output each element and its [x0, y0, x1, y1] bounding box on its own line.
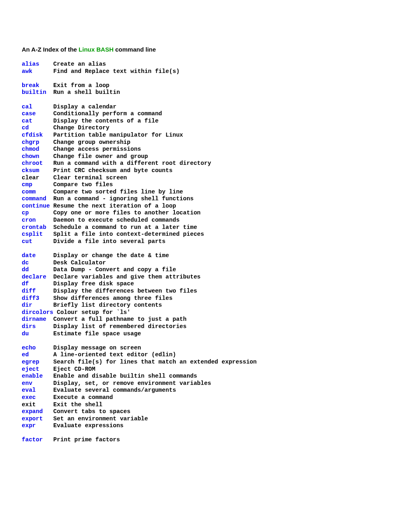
cmd-desc: Compare two sorted files line by line	[53, 189, 183, 195]
cmd-desc: Copy one or more files to another locati…	[53, 210, 200, 216]
cmd-eject[interactable]: eject	[22, 366, 39, 372]
cmd-cat[interactable]: cat	[22, 118, 32, 124]
cmd-desc: Search file(s) for lines that match an e…	[53, 359, 257, 365]
cmd-cut[interactable]: cut	[22, 238, 32, 245]
cmd-desc: Print CRC checksum and byte counts	[53, 167, 172, 174]
cmd-eval[interactable]: eval	[22, 387, 36, 393]
cmd-awk[interactable]: awk	[22, 68, 32, 75]
cmd-dirname[interactable]: dirname	[22, 316, 46, 322]
cmd-csplit[interactable]: csplit	[22, 231, 43, 237]
cmd-du[interactable]: du	[22, 330, 29, 337]
cmd-egrep[interactable]: egrep	[22, 359, 39, 365]
cmd-builtin[interactable]: builtin	[22, 89, 46, 96]
heading-suffix: command line	[114, 46, 156, 53]
cmd-desc: Schedule a command to run at a later tim…	[53, 224, 197, 231]
cmd-df[interactable]: df	[22, 281, 29, 287]
cmd-alias[interactable]: alias	[22, 61, 39, 67]
cmd-env[interactable]: env	[22, 380, 32, 387]
cmd-desc: Display list of remembered directories	[53, 323, 187, 330]
cmd-desc: Display free disk space	[53, 281, 134, 287]
cmd-desc: Display the contents of a file	[53, 118, 158, 124]
cmd-dd[interactable]: dd	[22, 266, 29, 273]
cmd-desc: Run a command - ignoring shell functions	[53, 195, 193, 202]
cmd-desc: Desk Calculator	[53, 260, 106, 266]
cmd-declare[interactable]: declare	[22, 274, 46, 280]
cmd-expand[interactable]: expand	[22, 408, 43, 415]
cmd-dir[interactable]: dir	[22, 302, 32, 308]
cmd-chmod[interactable]: chmod	[22, 146, 39, 152]
heading-link[interactable]: Linux BASH	[79, 46, 114, 53]
cmd-cron[interactable]: cron	[22, 217, 36, 223]
cmd-export[interactable]: export	[22, 416, 43, 422]
cmd-desc: Resume the next iteration of a loop	[53, 203, 176, 209]
cmd-cd[interactable]: cd	[22, 125, 29, 131]
cmd-command[interactable]: command	[22, 195, 46, 202]
cmd-crontab[interactable]: crontab	[22, 224, 46, 231]
cmd-exec[interactable]: exec	[22, 394, 36, 401]
cmd-echo[interactable]: echo	[22, 345, 36, 351]
cmd-desc: Print prime factors	[53, 436, 120, 443]
cmd-desc: Conditionally perform a command	[53, 110, 162, 117]
cmd-continue[interactable]: continue	[22, 203, 50, 209]
cmd-factor[interactable]: factor	[22, 436, 43, 443]
cmd-desc: Display the differences between two file…	[53, 288, 197, 294]
command-list: alias Create an alias awk Find and Repla…	[22, 61, 389, 444]
cmd-desc: Evaluate several commands/arguments	[53, 387, 176, 393]
cmd-desc: Change access permissions	[53, 146, 141, 152]
cmd-comm[interactable]: comm	[22, 189, 36, 195]
cmd-dircolors[interactable]: dircolors	[22, 309, 53, 316]
cmd-desc: Declare variables and give them attribut…	[53, 274, 200, 280]
cmd-diff3[interactable]: diff3	[22, 295, 39, 301]
cmd-desc: Display a calendar	[53, 104, 116, 110]
cmd-date[interactable]: date	[22, 252, 36, 259]
cmd-desc: Show differences among three files	[53, 295, 172, 301]
cmd-diff[interactable]: diff	[22, 288, 36, 294]
cmd-break[interactable]: break	[22, 82, 39, 89]
cmd-chgrp[interactable]: chgrp	[22, 139, 39, 145]
cmd-desc: Divide a file into several parts	[53, 238, 165, 245]
heading-prefix: An A-Z Index of the	[22, 46, 79, 53]
cmd-expr[interactable]: expr	[22, 422, 36, 429]
cmd-desc: Enable and disable builtin shell command…	[53, 373, 197, 379]
cmd-desc: Display, set, or remove environment vari…	[53, 380, 211, 387]
cmd-dirs[interactable]: dirs	[22, 323, 36, 330]
cmd-enable[interactable]: enable	[22, 373, 43, 379]
cmd-desc: Change group ownership	[53, 139, 130, 145]
cmd-cmp[interactable]: cmp	[22, 181, 32, 188]
cmd-desc: Split a file into context-determined pie…	[53, 231, 204, 237]
cmd-desc: Change Directory	[53, 125, 109, 131]
cmd-chroot[interactable]: chroot	[22, 160, 43, 166]
cmd-desc: Eject CD-ROM	[53, 366, 95, 372]
cmd-desc: Display message on screen	[53, 345, 141, 351]
cmd-desc: Create an alias	[53, 61, 106, 67]
page-title: An A-Z Index of the Linux BASH command l…	[22, 46, 389, 53]
cmd-cfdisk[interactable]: cfdisk	[22, 132, 43, 138]
cmd-desc: A line-oriented text editor (edlin)	[53, 351, 176, 358]
cmd-desc: Display or change the date & time	[53, 252, 169, 259]
cmd-desc: Partition table manipulator for Linux	[53, 132, 183, 138]
cmd-desc: Change file owner and group	[53, 153, 148, 160]
cmd-ed[interactable]: ed	[22, 351, 29, 358]
cmd-desc: Execute a command	[53, 394, 113, 401]
cmd-dc[interactable]: dc	[22, 260, 29, 266]
cmd-clear: clear	[22, 175, 39, 181]
cmd-desc: Exit the shell	[53, 401, 102, 408]
cmd-desc: Convert tabs to spaces	[53, 408, 130, 415]
cmd-cksum[interactable]: cksum	[22, 167, 39, 174]
cmd-cal[interactable]: cal	[22, 104, 32, 110]
cmd-desc: Estimate file space usage	[53, 330, 141, 337]
cmd-desc: Colour setup for `ls'	[57, 309, 131, 316]
cmd-exit: exit	[22, 401, 36, 408]
cmd-chown[interactable]: chown	[22, 153, 39, 160]
cmd-desc: Clear terminal screen	[53, 175, 127, 181]
cmd-desc: Run a shell builtin	[53, 89, 120, 96]
cmd-desc: Convert a full pathname to just a path	[53, 316, 187, 322]
cmd-desc: Find and Replace text within file(s)	[53, 68, 179, 75]
cmd-desc: Evaluate expressions	[53, 422, 123, 429]
cmd-desc: Set an environment variable	[53, 416, 148, 422]
cmd-cp[interactable]: cp	[22, 210, 29, 216]
cmd-desc: Daemon to execute scheduled commands	[53, 217, 179, 223]
cmd-desc: Compare two files	[53, 181, 113, 188]
cmd-desc: Run a command with a different root dire…	[53, 160, 211, 166]
cmd-case[interactable]: case	[22, 110, 36, 117]
